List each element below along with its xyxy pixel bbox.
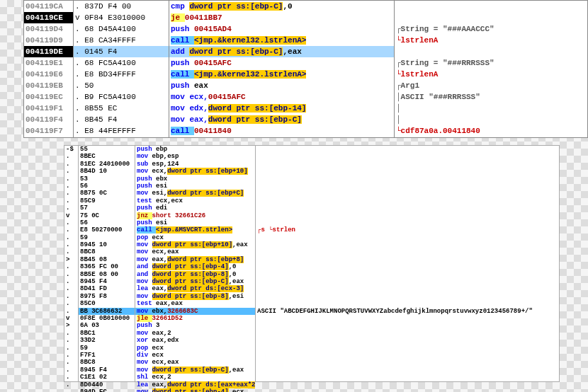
mark-cell: >	[64, 256, 78, 263]
asm-cell[interactable]: mov dword ptr ss:[ebp-8],esi	[135, 293, 255, 300]
comment-cell	[256, 315, 559, 322]
hex-cell: 8B4D 10	[79, 168, 135, 175]
asm-cell[interactable]: cmp dword ptr ss:[ebp-C],0	[169, 1, 394, 12]
asm-cell[interactable]: test ecx,ecx	[135, 197, 255, 204]
asm-cell[interactable]: push ebp	[135, 146, 255, 153]
asm-cell[interactable]: and dword ptr ss:[ebp-8],0	[135, 271, 255, 278]
asm-cell[interactable]: mov dword ptr ss:[ebp+10],eax	[135, 241, 255, 248]
address-cell[interactable]: 004119F1	[24, 103, 73, 114]
comment-cell	[256, 175, 559, 183]
asm-cell[interactable]: mov dword ptr ss:[ebp-C],eax	[135, 367, 255, 374]
comment-cell: ┌String = "###RRRSSS"	[395, 57, 587, 69]
asm-cell[interactable]: test eax,eax	[135, 300, 255, 307]
address-cell[interactable]: 004119D4	[24, 23, 73, 35]
address-cell[interactable]: 004119F4	[24, 114, 73, 125]
comment-cell	[256, 197, 559, 204]
hex-cell: 33D2	[79, 337, 135, 344]
asm-cell[interactable]: push eax	[169, 80, 394, 91]
asm-cell[interactable]: push 00415AFC	[169, 57, 394, 69]
mark-cell: .	[64, 248, 78, 255]
asm-cell[interactable]: lea eax,dword ptr ds:[ecx-3]	[135, 285, 255, 292]
comment-cell	[256, 168, 559, 175]
asm-cell[interactable]: pop ecx	[135, 234, 255, 241]
comment-cell	[256, 293, 559, 300]
comment-cell: ┌String = "###AAACCC"	[395, 23, 587, 35]
comment-cell: ASCII "ABCDEFGHIJKLMNOPQRSTUVWXYZabcdefg…	[256, 308, 559, 315]
asm-cell[interactable]: pop ecx	[135, 345, 255, 352]
address-cell[interactable]: 004119D9	[24, 35, 73, 46]
asm-cell[interactable]: push edi	[135, 204, 255, 212]
asm-cell[interactable]: lea eax,dword ptr ds:[eax+eax*2]	[135, 381, 255, 388]
asm-cell[interactable]: mov ecx,00415AFC	[169, 91, 394, 103]
asm-cell[interactable]: mov ebp,esp	[135, 153, 255, 160]
asm-cell[interactable]: mov dword ptr ss:[ebp-C],eax	[135, 278, 255, 285]
hex-cell: BB 3C686632	[79, 308, 135, 315]
asm-cell[interactable]: push 3	[135, 322, 255, 329]
asm-cell[interactable]: push esi	[135, 219, 255, 226]
comment-cell	[256, 352, 559, 359]
mark-cell: .	[64, 352, 78, 359]
comment-cell: │ASCII "###RRRSSS"	[395, 91, 587, 103]
comment-cell	[256, 256, 559, 263]
address-cell[interactable]: 004119EB	[24, 80, 73, 91]
asm-cell[interactable]: call 00411840	[169, 125, 394, 137]
address-cell[interactable]: 004119F7	[24, 125, 73, 137]
hex-cell: . E8 BD34FFFF	[74, 69, 169, 80]
asm-cell[interactable]: shl ecx,2	[135, 374, 255, 381]
asm-cell[interactable]: call <jmp.&MSVCRT.strlen>	[135, 226, 255, 234]
hex-cell: . E8 CA34FFFF	[74, 35, 169, 46]
address-cell[interactable]: 004119E6	[24, 69, 73, 80]
asm-cell[interactable]: mov eax,dword ptr ss:[ebp+8]	[135, 256, 255, 263]
mark-cell: .	[64, 263, 78, 270]
comment-cell	[256, 285, 559, 292]
asm-cell[interactable]: je 00411BB7	[169, 12, 394, 23]
asm-cell[interactable]: call <jmp.&kernel32.lstrlenA>	[169, 69, 394, 80]
mark-cell: .	[64, 226, 78, 234]
comment-cell	[256, 248, 559, 255]
asm-cell[interactable]: mov ebx,3266683C	[135, 308, 255, 315]
address-cell[interactable]: 004119E1	[24, 57, 73, 69]
hex-cell: 53	[79, 175, 135, 183]
comment-cell: ┌Arg1	[395, 80, 587, 91]
asm-cell[interactable]: mov ecx,dword ptr ss:[ebp+10]	[135, 168, 255, 175]
hex-cell: F7F1	[79, 352, 135, 359]
hex-cell: . 0145 F4	[74, 46, 169, 57]
asm-cell[interactable]: add dword ptr ss:[ebp-C],eax	[169, 46, 394, 57]
asm-cell[interactable]: jle 32661D52	[135, 315, 255, 322]
asm-cell[interactable]: sub esp,124	[135, 161, 255, 168]
disassembly-pane-bottom[interactable]: -$........v.....>.......v>.......... 558…	[64, 145, 560, 382]
asm-cell[interactable]: jnz short 32661C26	[135, 212, 255, 219]
address-cell[interactable]: 004119CA	[24, 1, 73, 12]
mark-cell: .	[64, 308, 78, 315]
comment-cell	[256, 278, 559, 285]
asm-cell[interactable]: mov dword ptr ss:[ebp-4],ecx	[135, 388, 255, 392]
disassembly-pane-top[interactable]: 004119CA004119CE004119D4004119D9004119DE…	[23, 0, 588, 138]
comment-cell	[256, 381, 559, 388]
address-cell[interactable]: 004119EC	[24, 91, 73, 103]
comment-cell	[256, 204, 559, 212]
asm-cell[interactable]: xor eax,edx	[135, 337, 255, 344]
asm-cell[interactable]: mov eax,dword ptr ss:[ebp-C]	[169, 114, 394, 125]
asm-cell[interactable]: push esi	[135, 183, 255, 190]
asm-cell[interactable]: mov ecx,eax	[135, 359, 255, 366]
address-cell[interactable]: 004119DE	[24, 46, 73, 57]
hex-cell: 8B45 08	[79, 256, 135, 263]
asm-cell[interactable]: mov eax,2	[135, 330, 255, 337]
asm-cell[interactable]: call <jmp.&kernel32.lstrlenA>	[169, 35, 394, 46]
asm-cell[interactable]: and dword ptr ss:[ebp-4],0	[135, 263, 255, 270]
asm-cell[interactable]: mov ecx,eax	[135, 248, 255, 255]
comment-column: ┌String = "###AAACCC"└lstrlenA┌String = …	[395, 1, 587, 137]
hex-cell: 59	[79, 234, 135, 241]
mark-cell: .	[64, 168, 78, 175]
asm-cell[interactable]: push ebx	[135, 175, 255, 183]
address-cell[interactable]: 004119CE	[24, 12, 73, 23]
hex-cell: . 68 D45A4100	[74, 23, 169, 35]
asm-cell[interactable]: mov esi,dword ptr ss:[ebp+C]	[135, 190, 255, 197]
mark-cell: .	[64, 197, 78, 204]
comment-cell	[256, 153, 559, 160]
hex-cell: . 50	[74, 80, 169, 91]
mark-cell: .	[64, 381, 78, 388]
asm-cell[interactable]: push 00415AD4	[169, 23, 394, 35]
asm-cell[interactable]: div ecx	[135, 352, 255, 359]
asm-cell[interactable]: mov edx,dword ptr ss:[ebp-14]	[169, 103, 394, 114]
